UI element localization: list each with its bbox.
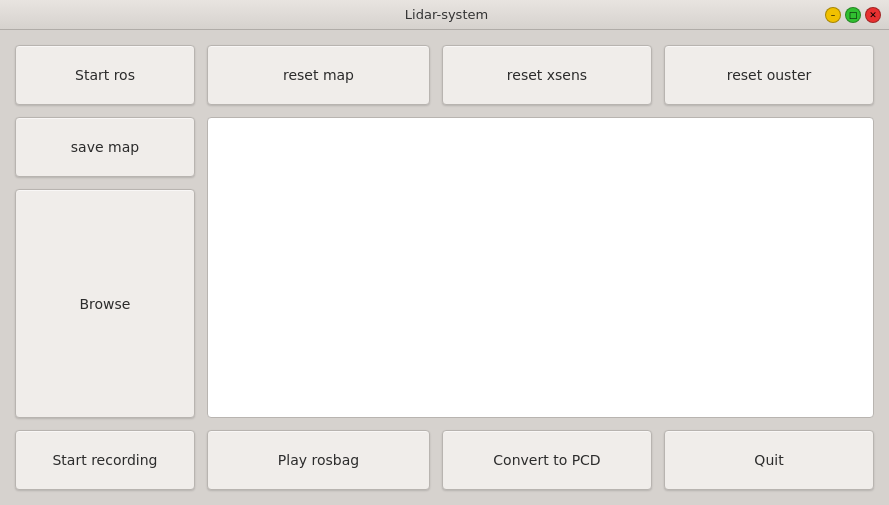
reset-ouster-button[interactable]: reset ouster (664, 45, 874, 105)
start-ros-button[interactable]: Start ros (15, 45, 195, 105)
start-recording-button[interactable]: Start recording (15, 430, 195, 490)
title-bar: Lidar-system – □ ✕ (0, 0, 889, 30)
reset-map-button[interactable]: reset map (207, 45, 430, 105)
save-map-button[interactable]: save map (15, 117, 195, 177)
window-controls: – □ ✕ (825, 7, 881, 23)
close-button[interactable]: ✕ (865, 7, 881, 23)
minimize-button[interactable]: – (825, 7, 841, 23)
play-rosbag-button[interactable]: Play rosbag (207, 430, 430, 490)
convert-to-pcd-button[interactable]: Convert to PCD (442, 430, 652, 490)
main-content: Start ros reset map reset xsens reset ou… (0, 30, 889, 505)
quit-button[interactable]: Quit (664, 430, 874, 490)
reset-xsens-button[interactable]: reset xsens (442, 45, 652, 105)
window-title: Lidar-system (68, 7, 825, 22)
browse-button[interactable]: Browse (15, 189, 195, 418)
maximize-button[interactable]: □ (845, 7, 861, 23)
log-area (207, 117, 874, 418)
